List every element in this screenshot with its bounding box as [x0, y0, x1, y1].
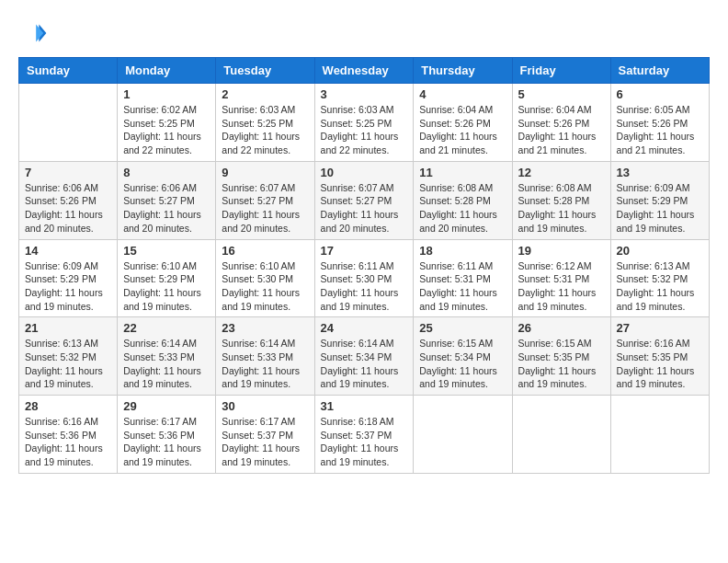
day-info: Sunrise: 6:02 AMSunset: 5:25 PMDaylight:…: [123, 103, 210, 157]
calendar-cell: 2Sunrise: 6:03 AMSunset: 5:25 PMDaylight…: [216, 84, 314, 162]
day-info: Sunrise: 6:07 AMSunset: 5:27 PMDaylight:…: [222, 181, 308, 236]
day-number: 1: [123, 87, 210, 101]
calendar-header-row: SundayMondayTuesdayWednesdayThursdayFrid…: [19, 58, 710, 84]
day-info: Sunrise: 6:03 AMSunset: 5:25 PMDaylight:…: [321, 103, 408, 157]
weekday-header-friday: Friday: [512, 58, 610, 84]
calendar-cell: 14Sunrise: 6:09 AMSunset: 5:29 PMDayligh…: [19, 239, 118, 317]
day-number: 6: [617, 87, 703, 101]
calendar-cell: 5Sunrise: 6:04 AMSunset: 5:26 PMDaylight…: [512, 84, 610, 162]
day-info: Sunrise: 6:06 AMSunset: 5:26 PMDaylight:…: [25, 181, 111, 236]
day-info: Sunrise: 6:18 AMSunset: 5:37 PMDaylight:…: [321, 415, 408, 469]
day-number: 25: [419, 321, 506, 335]
calendar-cell: 6Sunrise: 6:05 AMSunset: 5:26 PMDaylight…: [610, 84, 709, 162]
day-info: Sunrise: 6:13 AMSunset: 5:32 PMDaylight:…: [25, 337, 111, 391]
day-number: 16: [222, 244, 308, 258]
day-number: 10: [321, 166, 408, 179]
day-number: 31: [321, 399, 408, 413]
day-number: 8: [123, 166, 210, 179]
day-info: Sunrise: 6:04 AMSunset: 5:26 PMDaylight:…: [419, 103, 506, 157]
day-number: 13: [617, 166, 703, 179]
calendar-cell: 22Sunrise: 6:14 AMSunset: 5:33 PMDayligh…: [118, 317, 216, 396]
day-info: Sunrise: 6:08 AMSunset: 5:28 PMDaylight:…: [419, 181, 506, 236]
page-header: [18, 18, 710, 48]
logo-icon: [18, 18, 48, 48]
day-number: 12: [518, 166, 605, 179]
day-number: 9: [222, 166, 308, 179]
calendar-cell: 13Sunrise: 6:09 AMSunset: 5:29 PMDayligh…: [610, 161, 709, 239]
day-number: 5: [518, 87, 605, 101]
day-info: Sunrise: 6:10 AMSunset: 5:30 PMDaylight:…: [222, 259, 308, 314]
weekday-header-monday: Monday: [118, 58, 216, 84]
logo: [18, 18, 51, 48]
weekday-header-thursday: Thursday: [414, 58, 512, 84]
day-info: Sunrise: 6:10 AMSunset: 5:29 PMDaylight:…: [123, 259, 210, 314]
calendar-week-row: 1Sunrise: 6:02 AMSunset: 5:25 PMDaylight…: [19, 84, 710, 162]
day-number: 4: [419, 87, 506, 101]
calendar-cell: 12Sunrise: 6:08 AMSunset: 5:28 PMDayligh…: [512, 161, 610, 239]
day-number: 15: [123, 244, 210, 258]
weekday-header-tuesday: Tuesday: [216, 58, 314, 84]
day-number: 23: [222, 321, 308, 335]
day-number: 20: [617, 244, 703, 258]
day-number: 11: [419, 166, 506, 179]
calendar-week-row: 7Sunrise: 6:06 AMSunset: 5:26 PMDaylight…: [19, 161, 710, 239]
weekday-header-wednesday: Wednesday: [314, 58, 414, 84]
day-number: 21: [25, 321, 111, 335]
calendar-cell: 28Sunrise: 6:16 AMSunset: 5:36 PMDayligh…: [19, 396, 118, 474]
day-number: 30: [222, 399, 308, 413]
day-info: Sunrise: 6:15 AMSunset: 5:35 PMDaylight:…: [518, 337, 605, 391]
day-number: 22: [123, 321, 210, 335]
calendar-cell: 20Sunrise: 6:13 AMSunset: 5:32 PMDayligh…: [610, 239, 709, 317]
day-number: 3: [321, 87, 408, 101]
day-number: 19: [518, 244, 605, 258]
calendar-cell: 24Sunrise: 6:14 AMSunset: 5:34 PMDayligh…: [314, 317, 414, 396]
day-info: Sunrise: 6:16 AMSunset: 5:36 PMDaylight:…: [25, 415, 111, 469]
calendar-cell: 7Sunrise: 6:06 AMSunset: 5:26 PMDaylight…: [19, 161, 118, 239]
calendar-week-row: 28Sunrise: 6:16 AMSunset: 5:36 PMDayligh…: [19, 396, 710, 474]
day-info: Sunrise: 6:09 AMSunset: 5:29 PMDaylight:…: [617, 181, 703, 236]
day-info: Sunrise: 6:17 AMSunset: 5:36 PMDaylight:…: [123, 415, 210, 469]
calendar-cell: [19, 84, 118, 162]
calendar-cell: [610, 396, 709, 474]
day-number: 18: [419, 244, 506, 258]
day-number: 14: [25, 244, 111, 258]
day-number: 27: [617, 321, 703, 335]
day-number: 24: [321, 321, 408, 335]
weekday-header-sunday: Sunday: [19, 58, 118, 84]
calendar-cell: 30Sunrise: 6:17 AMSunset: 5:37 PMDayligh…: [216, 396, 314, 474]
weekday-header-saturday: Saturday: [610, 58, 709, 84]
calendar-cell: 31Sunrise: 6:18 AMSunset: 5:37 PMDayligh…: [314, 396, 414, 474]
day-number: 29: [123, 399, 210, 413]
calendar-cell: 11Sunrise: 6:08 AMSunset: 5:28 PMDayligh…: [414, 161, 512, 239]
calendar-cell: 29Sunrise: 6:17 AMSunset: 5:36 PMDayligh…: [118, 396, 216, 474]
day-info: Sunrise: 6:14 AMSunset: 5:34 PMDaylight:…: [321, 337, 408, 391]
calendar-cell: 21Sunrise: 6:13 AMSunset: 5:32 PMDayligh…: [19, 317, 118, 396]
day-info: Sunrise: 6:05 AMSunset: 5:26 PMDaylight:…: [617, 103, 703, 157]
calendar-week-row: 14Sunrise: 6:09 AMSunset: 5:29 PMDayligh…: [19, 239, 710, 317]
calendar-cell: [512, 396, 610, 474]
day-info: Sunrise: 6:07 AMSunset: 5:27 PMDaylight:…: [321, 181, 408, 236]
calendar-cell: [414, 396, 512, 474]
day-info: Sunrise: 6:09 AMSunset: 5:29 PMDaylight:…: [25, 259, 111, 314]
calendar-cell: 3Sunrise: 6:03 AMSunset: 5:25 PMDaylight…: [314, 84, 414, 162]
day-number: 28: [25, 399, 111, 413]
calendar-cell: 27Sunrise: 6:16 AMSunset: 5:35 PMDayligh…: [610, 317, 709, 396]
day-info: Sunrise: 6:17 AMSunset: 5:37 PMDaylight:…: [222, 415, 308, 469]
day-info: Sunrise: 6:16 AMSunset: 5:35 PMDaylight:…: [617, 337, 703, 391]
calendar-cell: 23Sunrise: 6:14 AMSunset: 5:33 PMDayligh…: [216, 317, 314, 396]
day-number: 17: [321, 244, 408, 258]
day-info: Sunrise: 6:11 AMSunset: 5:30 PMDaylight:…: [321, 259, 408, 314]
day-info: Sunrise: 6:06 AMSunset: 5:27 PMDaylight:…: [123, 181, 210, 236]
day-info: Sunrise: 6:04 AMSunset: 5:26 PMDaylight:…: [518, 103, 605, 157]
day-number: 7: [25, 166, 111, 179]
calendar-cell: 17Sunrise: 6:11 AMSunset: 5:30 PMDayligh…: [314, 239, 414, 317]
day-number: 26: [518, 321, 605, 335]
day-info: Sunrise: 6:11 AMSunset: 5:31 PMDaylight:…: [419, 259, 506, 314]
calendar-cell: 26Sunrise: 6:15 AMSunset: 5:35 PMDayligh…: [512, 317, 610, 396]
day-number: 2: [222, 87, 308, 101]
calendar-cell: 18Sunrise: 6:11 AMSunset: 5:31 PMDayligh…: [414, 239, 512, 317]
calendar-cell: 4Sunrise: 6:04 AMSunset: 5:26 PMDaylight…: [414, 84, 512, 162]
calendar-cell: 19Sunrise: 6:12 AMSunset: 5:31 PMDayligh…: [512, 239, 610, 317]
day-info: Sunrise: 6:14 AMSunset: 5:33 PMDaylight:…: [123, 337, 210, 391]
calendar-cell: 10Sunrise: 6:07 AMSunset: 5:27 PMDayligh…: [314, 161, 414, 239]
